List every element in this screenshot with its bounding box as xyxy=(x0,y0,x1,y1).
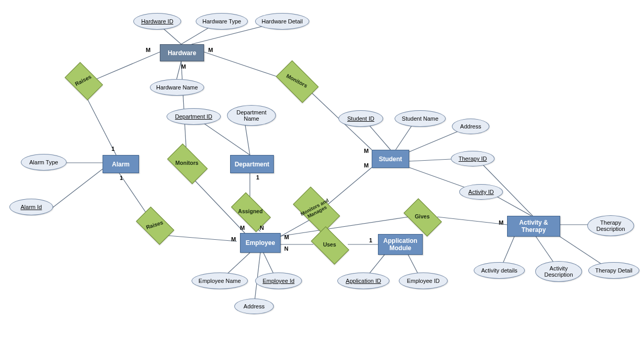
svg-line-13 xyxy=(161,235,237,241)
entity-label: Hardware xyxy=(168,49,196,57)
entity-student: Student xyxy=(372,150,409,168)
attr-employee-address: Address xyxy=(234,299,274,314)
svg-line-15 xyxy=(245,122,250,155)
attr-activity-id: Activity ID xyxy=(459,184,503,200)
entity-label: Application Module xyxy=(383,237,417,252)
svg-line-33 xyxy=(437,217,507,225)
card-hw-monitors-student-m: M xyxy=(208,47,213,53)
svg-line-8 xyxy=(181,61,186,153)
rel-monitors-hw-emp: Monitors xyxy=(170,153,204,174)
entity-label: Activity & Therapy xyxy=(519,219,548,234)
attr-application-id: Application ID xyxy=(337,273,389,289)
attr-therapy-id: Therapy ID xyxy=(451,151,495,166)
attr-hardware-name: Hardware Name xyxy=(150,79,204,96)
attr-alarm-type: Alarm Type xyxy=(21,154,67,171)
card-emp-uses-n: N xyxy=(284,245,288,252)
svg-line-11 xyxy=(52,169,103,208)
card-student-manages-m: M xyxy=(364,162,369,168)
entity-activity-therapy: Activity & Therapy xyxy=(507,216,560,237)
attr-employee-name: Employee Name xyxy=(192,273,248,289)
er-diagram: Hardware Alarm Department Student Employ… xyxy=(0,0,644,337)
entity-hardware: Hardware xyxy=(160,44,204,61)
attr-hardware-type: Hardware Type xyxy=(196,13,248,30)
attr-department-name: Department Name xyxy=(227,105,276,126)
card-dept-assigned-1: 1 xyxy=(256,174,259,180)
card-app-uses-1: 1 xyxy=(369,237,372,243)
attr-student-address: Address xyxy=(452,119,489,134)
entity-label: Alarm xyxy=(112,161,130,168)
attr-therapy-description: Therapy Description xyxy=(587,215,634,236)
attr-activity-description: Activity Description xyxy=(535,261,582,282)
card-alarm-raises-1-top: 1 xyxy=(111,146,115,152)
card-hw-monitors-emp-m: M xyxy=(181,63,186,70)
connector-lines xyxy=(0,0,644,337)
card-emp-monitors-hw-m: M xyxy=(240,225,245,231)
rel-raises-hw-alarm: Raises xyxy=(68,70,99,91)
attr-hardware-detail: Hardware Detail xyxy=(255,13,309,30)
attr-student-id: Student ID xyxy=(338,110,383,127)
attr-department-id: Department ID xyxy=(167,108,221,125)
entity-department: Department xyxy=(230,155,274,173)
svg-line-4 xyxy=(93,52,160,81)
card-emp-raises-m: M xyxy=(231,236,236,242)
rel-uses: Uses xyxy=(313,235,346,255)
rel-gives: Gives xyxy=(406,207,438,227)
entity-alarm: Alarm xyxy=(103,155,139,173)
card-alarm-raises-1-bottom: 1 xyxy=(120,175,123,181)
rel-assigned: Assigned xyxy=(233,202,268,222)
rel-monitors-manages: Monitors and Manages xyxy=(296,198,336,222)
card-emp-manages-m: M xyxy=(284,234,289,240)
attr-therapy-detail: Therapy Detail xyxy=(588,262,639,279)
entity-employee: Employee xyxy=(240,233,281,253)
attr-hardware-id: Hardware ID xyxy=(133,13,181,30)
attr-activity-details: Activity details xyxy=(474,262,525,279)
entity-application-module: Application Module xyxy=(378,234,423,255)
rel-monitors-hw-student: Monitors xyxy=(279,70,315,92)
attr-alarm-id: Alarm Id xyxy=(9,199,53,215)
entity-label: Department xyxy=(235,161,270,168)
attr-app-employee-id: Employee ID xyxy=(399,273,448,289)
entity-label: Student xyxy=(379,155,402,163)
card-activity-gives-m: M xyxy=(499,219,503,226)
attr-student-name: Student Name xyxy=(395,110,446,127)
card-hw-raises-m: M xyxy=(146,47,150,53)
card-student-monitors-m: M xyxy=(364,148,369,154)
entity-label: Employee xyxy=(246,239,275,247)
rel-raises-emp-alarm: Raises xyxy=(138,215,171,235)
attr-employee-id: Employee Id xyxy=(255,273,302,289)
card-emp-assigned-n: N xyxy=(260,225,264,231)
